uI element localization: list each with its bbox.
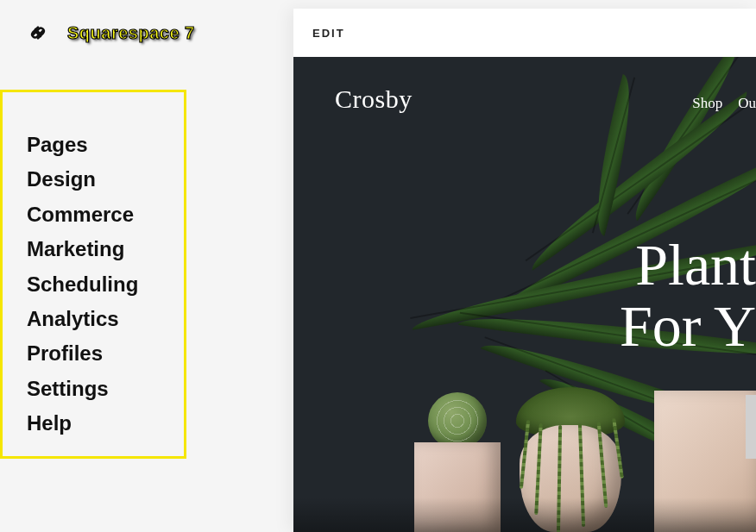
site-nav: Shop Ou [692,95,756,112]
nav-link-our[interactable]: Ou [738,95,756,112]
sidebar: Squarespace 7 Pages Design Commerce Mark… [0,0,293,532]
site-header: Crosby Shop Ou [335,84,756,114]
site-title[interactable]: Crosby [335,84,413,114]
sidebar-nav-highlight-box: Pages Design Commerce Marketing Scheduli… [0,90,186,459]
sidebar-item-pages[interactable]: Pages [27,134,160,156]
hero-heading-line2: For Y [620,296,756,357]
ground-shadow-decor [293,498,756,532]
logo-row: Squarespace 7 [26,21,195,45]
edit-button[interactable]: EDIT [312,27,345,40]
preview-scrollbar-thumb[interactable] [746,395,756,459]
sidebar-item-help[interactable]: Help [27,412,160,435]
squarespace-logo-icon [26,21,50,45]
nav-link-shop[interactable]: Shop [692,95,722,112]
hero-preview[interactable]: Crosby Shop Ou Plant For Y [293,57,756,532]
sidebar-item-settings[interactable]: Settings [27,378,160,400]
sidebar-item-marketing[interactable]: Marketing [27,238,160,260]
hero-heading: Plant For Y [620,235,756,358]
site-preview-panel: EDIT Crosby Shop Ou Plant For Y [293,9,756,532]
sidebar-item-profiles[interactable]: Profiles [27,342,160,365]
hero-heading-line1: Plant [620,235,756,296]
edit-bar: EDIT [293,9,756,57]
sidebar-item-scheduling[interactable]: Scheduling [27,273,160,296]
annotation-label: Squarespace 7 [67,23,195,43]
sidebar-item-commerce[interactable]: Commerce [27,203,160,226]
sidebar-item-analytics[interactable]: Analytics [27,308,160,330]
sidebar-item-design[interactable]: Design [27,168,160,191]
